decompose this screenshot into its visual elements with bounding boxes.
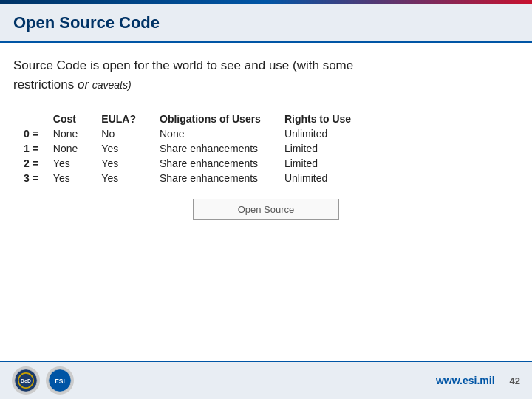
row-cost: Yes — [50, 171, 98, 185]
footer-url: www.esi.mil — [436, 375, 495, 386]
row-label: 2 = — [21, 156, 50, 171]
row-obligations: Share enhancements — [157, 171, 282, 185]
intro-caveats: caveats) — [92, 79, 132, 91]
page-title: Open Source Code — [13, 13, 519, 33]
row-cost: None — [50, 141, 98, 156]
row-cost: None — [50, 126, 98, 141]
row-rights: Unlimited — [282, 171, 372, 185]
row-label: 0 = — [21, 126, 50, 141]
svg-text:DoD: DoD — [21, 378, 31, 383]
intro-or: or — [78, 78, 92, 92]
data-table-wrapper: Cost EULA? Obligations of Users Rights t… — [21, 112, 519, 185]
footer-right: www.esi.mil 42 — [436, 375, 520, 386]
footer-logos: DoD ESI — [12, 366, 74, 395]
row-label: 1 = — [21, 141, 50, 156]
col-header-label — [21, 112, 50, 126]
row-rights: Limited — [282, 156, 372, 171]
open-source-label: Open Source — [238, 204, 295, 215]
table-row: 0 = None No None Unlimited — [21, 126, 372, 141]
row-eula: No — [98, 126, 157, 141]
row-obligations: Share enhancements — [157, 156, 282, 171]
col-header-rights: Rights to Use — [282, 112, 372, 126]
row-eula: Yes — [98, 141, 157, 156]
intro-paragraph: Source Code is open for the world to see… — [13, 56, 519, 94]
intro-line1: Source Code is open for the world to see… — [13, 58, 353, 72]
dod-logo: DoD — [12, 366, 40, 395]
table-row: 2 = Yes Yes Share enhancements Limited — [21, 156, 372, 171]
col-header-obligations: Obligations of Users — [157, 112, 282, 126]
footer-section: DoD ESI www.esi.mil 42 — [0, 361, 532, 399]
esi-logo: ESI — [46, 366, 74, 395]
row-obligations: Share enhancements — [157, 141, 282, 156]
table-header-row: Cost EULA? Obligations of Users Rights t… — [21, 112, 372, 126]
header-section: Open Source Code — [0, 4, 532, 43]
row-cost: Yes — [50, 156, 98, 171]
intro-restrictions: restrictions — [13, 78, 74, 92]
table-row: 1 = None Yes Share enhancements Limited — [21, 141, 372, 156]
row-rights: Limited — [282, 141, 372, 156]
row-label: 3 = — [21, 171, 50, 185]
main-content: Source Code is open for the world to see… — [0, 43, 532, 228]
table-row: 3 = Yes Yes Share enhancements Unlimited — [21, 171, 372, 185]
svg-text:ESI: ESI — [55, 378, 65, 385]
row-obligations: None — [157, 126, 282, 141]
col-header-cost: Cost — [50, 112, 98, 126]
open-source-table: Cost EULA? Obligations of Users Rights t… — [21, 112, 372, 185]
open-source-box: Open Source — [193, 199, 340, 220]
footer-page-number: 42 — [510, 375, 520, 386]
row-rights: Unlimited — [282, 126, 372, 141]
row-eula: Yes — [98, 156, 157, 171]
row-eula: Yes — [98, 171, 157, 185]
bottom-label-area: Open Source — [13, 199, 519, 220]
col-header-eula: EULA? — [98, 112, 157, 126]
